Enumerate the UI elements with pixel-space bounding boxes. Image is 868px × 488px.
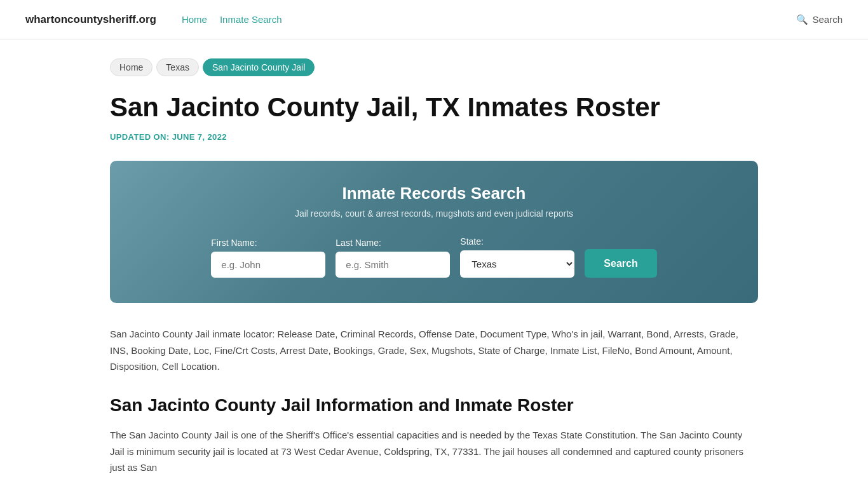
search-box-subtitle: Jail records, court & arrest records, mu…: [135, 208, 733, 219]
body-text: San Jacinto County Jail inmate locator: …: [110, 326, 758, 375]
nav-link-home[interactable]: Home: [182, 14, 207, 25]
state-group: State: AlabamaAlaskaArizonaArkansasCalif…: [460, 236, 574, 278]
search-box-title: Inmate Records Search: [135, 184, 733, 203]
first-name-label: First Name:: [211, 238, 325, 248]
first-name-group: First Name:: [211, 238, 325, 278]
section-heading: San Jacinto County Jail Information and …: [110, 394, 758, 417]
last-name-input[interactable]: [336, 252, 450, 278]
breadcrumb-texas[interactable]: Texas: [156, 58, 199, 76]
state-label: State:: [460, 236, 574, 247]
search-icon: 🔍: [796, 14, 808, 25]
state-select[interactable]: AlabamaAlaskaArizonaArkansasCaliforniaCo…: [460, 250, 574, 278]
last-name-label: Last Name:: [336, 238, 450, 248]
breadcrumb: Home Texas San Jacinto County Jail: [110, 58, 758, 76]
breadcrumb-current[interactable]: San Jacinto County Jail: [203, 58, 315, 76]
site-title[interactable]: whartoncountysheriff.org: [25, 13, 156, 26]
breadcrumb-home[interactable]: Home: [110, 58, 153, 76]
search-form: First Name: Last Name: State: AlabamaAla…: [135, 236, 733, 278]
first-name-input[interactable]: [211, 252, 325, 278]
last-name-group: Last Name:: [336, 238, 450, 278]
nav-link-inmate-search[interactable]: Inmate Search: [220, 14, 282, 25]
search-box: Inmate Records Search Jail records, cour…: [110, 161, 758, 303]
page-title: San Jacinto County Jail, TX Inmates Rost…: [110, 92, 758, 123]
updated-on: UPDATED ON: JUNE 7, 2022: [110, 132, 758, 142]
section-body: The San Jacinto County Jail is one of th…: [110, 427, 758, 476]
nav-bar: whartoncountysheriff.org Home Inmate Sea…: [0, 0, 868, 39]
main-content: Home Texas San Jacinto County Jail San J…: [85, 39, 783, 488]
nav-search[interactable]: 🔍 Search: [796, 14, 843, 25]
nav-search-label: Search: [812, 14, 843, 25]
nav-links: Home Inmate Search: [182, 14, 778, 25]
search-button[interactable]: Search: [585, 249, 656, 278]
